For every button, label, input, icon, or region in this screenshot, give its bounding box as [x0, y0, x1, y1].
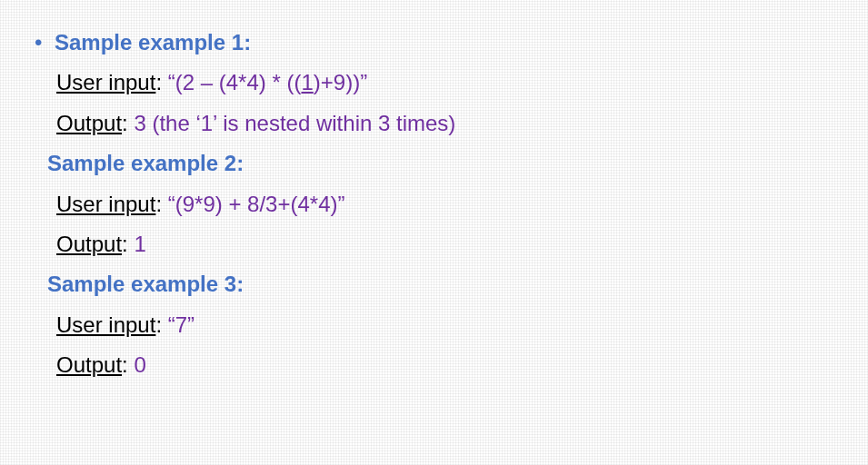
example-2-output-colon: : [122, 232, 134, 256]
example-1-input-row: User input: “(2 – (4*4) * ((1)+9))” [35, 63, 841, 103]
example-2-input-row: User input: “(9*9) + 8/3+(4*4)” [35, 184, 841, 224]
example-1-input-colon: : [155, 70, 167, 94]
example-2-input-colon: : [155, 192, 167, 216]
example-3-heading-row: Sample example 3: [35, 264, 841, 304]
example-3-input-row: User input: “7” [35, 305, 841, 345]
example-1-input-value-tail: )+9))” [314, 70, 367, 94]
example-2-input-label: User input [56, 192, 155, 216]
slide-content: • Sample example 1: User input: “(2 – (4… [27, 23, 841, 386]
example-1-output-note: (the ‘1’ is nested within 3 times) [146, 111, 456, 135]
example-1-heading-row: • Sample example 1: [35, 23, 841, 63]
example-3-output-row: Output: 0 [35, 345, 841, 385]
example-1-output-label: Output [56, 111, 122, 135]
example-3-output-num: 0 [134, 352, 145, 377]
example-3-heading-colon: : [236, 272, 244, 296]
example-3-input-colon: : [155, 312, 167, 337]
example-3-output-label: Output [56, 352, 122, 377]
example-1-output-num: 3 [134, 111, 145, 135]
example-3-heading: Sample example 3 [47, 272, 236, 296]
example-2-output-label: Output [56, 232, 122, 256]
example-1-heading: Sample example 1 [55, 30, 244, 54]
example-2-heading-row: Sample example 2: [35, 143, 841, 183]
example-2-output-row: Output: 1 [35, 224, 841, 264]
example-3-input-value: “7” [168, 312, 195, 337]
example-1-input-underlined: 1 [301, 70, 313, 94]
example-1-output-colon: : [122, 111, 134, 135]
example-2-heading: Sample example 2 [47, 151, 236, 175]
example-3-output-colon: : [122, 352, 134, 377]
example-3-input-label: User input [56, 312, 155, 337]
example-1-heading-colon: : [244, 30, 251, 54]
example-2-heading-colon: : [236, 151, 244, 175]
example-2-output-num: 1 [134, 232, 145, 256]
bullet-icon: • [35, 23, 42, 63]
example-1-input-value-head: “(2 – (4*4) * (( [168, 70, 302, 94]
example-1-input-label: User input [56, 70, 155, 94]
example-1-output-row: Output: 3 (the ‘1’ is nested within 3 ti… [35, 104, 841, 143]
example-2-input-value: “(9*9) + 8/3+(4*4)” [168, 192, 345, 216]
